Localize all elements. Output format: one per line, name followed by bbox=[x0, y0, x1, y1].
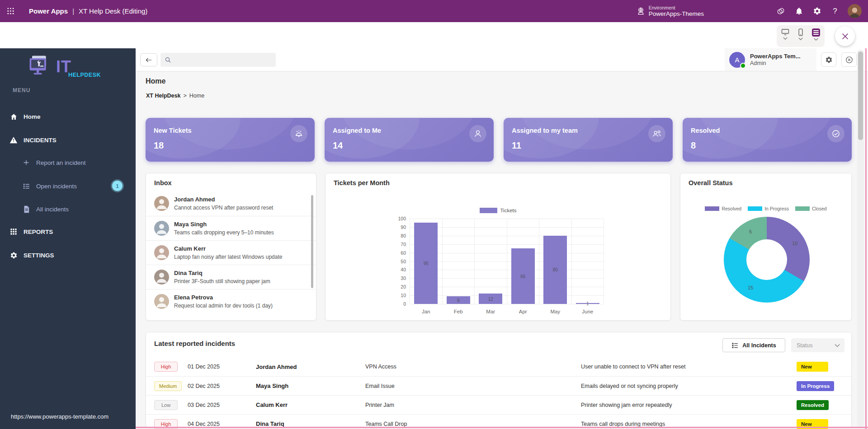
help-button[interactable]: ? bbox=[826, 0, 844, 22]
incident-row[interactable]: Medium02 Dec 2025Maya SinghEmail IssueEm… bbox=[146, 376, 852, 395]
bell-icon bbox=[795, 7, 803, 15]
y-axis-tick: 100 bbox=[392, 216, 406, 221]
brand-label[interactable]: Power Apps bbox=[29, 7, 68, 15]
current-user[interactable]: A PowerApps Tem... Admin bbox=[725, 48, 816, 71]
menu-section-label: MENU bbox=[13, 87, 30, 93]
bar[interactable]: 12 bbox=[479, 294, 502, 304]
inbox-scrollbar[interactable] bbox=[311, 195, 313, 288]
incident-reporter: Jordan Ahmed bbox=[256, 364, 297, 370]
legend-item[interactable]: In Progress bbox=[748, 206, 789, 211]
bar-value-label: 9 bbox=[457, 298, 460, 303]
bar[interactable]: 1 bbox=[576, 303, 599, 304]
x-axis-tick: Feb bbox=[443, 309, 475, 314]
bar-slot: 9Feb bbox=[442, 219, 475, 304]
avatar bbox=[154, 221, 169, 236]
stat-card-resolved[interactable]: Resolved 8 bbox=[683, 118, 852, 162]
inbox-message[interactable]: Maya SinghTeams calls dropping every 5–1… bbox=[146, 216, 317, 240]
sidebar-item-home[interactable]: Home bbox=[0, 108, 136, 125]
breadcrumb-separator: > bbox=[183, 93, 186, 99]
sidebar-item-settings[interactable]: SETTINGS bbox=[0, 247, 136, 263]
incident-date: 03 Dec 2025 bbox=[188, 402, 220, 408]
inbox-preview: Teams calls dropping every 5–10 minutes bbox=[174, 229, 308, 236]
stat-label: New Tickets bbox=[154, 127, 192, 134]
stat-card-assigned-to-team[interactable]: Assigned to my team 11 bbox=[504, 118, 673, 162]
canvas-scrollbar[interactable] bbox=[857, 50, 864, 428]
inbox-message[interactable]: Dina TariqPrinter 3F-South still showing… bbox=[146, 265, 317, 289]
form-preview-button[interactable] bbox=[812, 28, 820, 41]
scrollbar-thumb[interactable] bbox=[858, 51, 863, 140]
phone-preview-button[interactable] bbox=[798, 28, 803, 40]
back-button[interactable] bbox=[140, 53, 157, 66]
sidebar-item-report-incident[interactable]: Report an incident bbox=[0, 154, 136, 171]
all-incidents-filter-button[interactable]: All Incidents bbox=[722, 338, 785, 352]
bar[interactable]: 9 bbox=[447, 296, 470, 304]
person-icon bbox=[469, 125, 486, 142]
app-launcher-button[interactable] bbox=[0, 0, 21, 22]
title-separator: | bbox=[72, 7, 74, 15]
status-dropdown[interactable]: Status bbox=[791, 338, 844, 352]
app-settings-button[interactable] bbox=[821, 52, 836, 67]
bar[interactable]: 95 bbox=[414, 223, 438, 304]
bar[interactable]: 80 bbox=[543, 236, 567, 304]
form-icon bbox=[812, 28, 820, 37]
gear-icon bbox=[9, 252, 18, 259]
sidebar-item-open-incidents[interactable]: Open incidents 1 bbox=[0, 178, 136, 194]
incident-reporter: Dina Tariq bbox=[256, 420, 284, 427]
stat-card-assigned-to-me[interactable]: Assigned to Me 14 bbox=[325, 118, 494, 162]
y-axis-tick: 20 bbox=[392, 284, 406, 289]
sidebar-item-reports[interactable]: REPORTS bbox=[0, 224, 136, 240]
inbox-message[interactable]: Jordan AhmedCannot access VPN after pass… bbox=[146, 191, 317, 216]
bar[interactable]: 65 bbox=[511, 248, 535, 304]
bar-chart-title: Tickets per Month bbox=[334, 179, 390, 187]
stat-value: 8 bbox=[691, 140, 696, 151]
donut-value-label: 5 bbox=[749, 229, 752, 234]
home-icon bbox=[9, 113, 18, 121]
bar-slot: 12Mar bbox=[474, 219, 507, 304]
y-axis-tick: 30 bbox=[392, 275, 406, 281]
severity-pill: Medium bbox=[154, 381, 182, 391]
inbox-preview: Printer 3F-South still showing paper jam bbox=[174, 278, 308, 284]
overall-status-panel: Overall Status ResolvedIn ProgressClosed… bbox=[680, 173, 852, 321]
legend-item[interactable]: Resolved bbox=[705, 206, 741, 211]
settings-button[interactable] bbox=[808, 0, 826, 22]
close-preview-button[interactable] bbox=[835, 26, 855, 46]
legend-label: Resolved bbox=[722, 206, 741, 211]
search-input[interactable] bbox=[174, 56, 269, 63]
stat-card-new-tickets[interactable]: New Tickets 18 bbox=[146, 118, 315, 162]
legend-swatch bbox=[748, 206, 762, 211]
people-icon bbox=[648, 125, 665, 142]
incident-issue: VPN Access bbox=[365, 364, 396, 370]
footer-url[interactable]: https://www.powerapps-template.com bbox=[11, 413, 108, 420]
status-badge: Resolved bbox=[797, 400, 829, 410]
y-axis-tick: 80 bbox=[392, 233, 406, 238]
x-axis-tick: May bbox=[539, 309, 571, 314]
sidebar-item-all-incidents[interactable]: All incidents bbox=[0, 201, 136, 217]
copilot-button[interactable] bbox=[772, 0, 790, 22]
incident-row[interactable]: Low03 Dec 2025Calum KerrPrinter JamPrint… bbox=[146, 395, 852, 414]
sign-out-button[interactable] bbox=[841, 52, 857, 67]
account-avatar[interactable] bbox=[848, 4, 862, 18]
bar-slot: 80May bbox=[539, 219, 571, 304]
incident-status-cell: New bbox=[797, 362, 828, 372]
incident-description: Printer showing jam error repeatedly bbox=[581, 402, 672, 408]
bar-slot: 65Apr bbox=[507, 219, 539, 304]
legend-item[interactable]: Closed bbox=[795, 206, 827, 211]
inbox-title: Inbox bbox=[154, 179, 172, 187]
user-initial: A bbox=[735, 56, 739, 64]
environment-picker[interactable]: Environment PowerApps-Themes bbox=[637, 5, 704, 18]
desktop-preview-button[interactable] bbox=[781, 28, 789, 40]
status-badge: New bbox=[797, 362, 828, 372]
bar-value-label: 12 bbox=[488, 296, 493, 301]
breadcrumb-root[interactable]: XT HelpDesk bbox=[146, 93, 180, 99]
inbox-message[interactable]: Elena PetrovaRequest local admin for dev… bbox=[146, 289, 317, 313]
inbox-message[interactable]: Calum KerrLaptop fan noisy after latest … bbox=[146, 240, 317, 265]
y-axis-tick: 90 bbox=[392, 224, 406, 230]
notifications-button[interactable] bbox=[790, 0, 808, 22]
incidents-title: Latest reported incidents bbox=[154, 340, 235, 347]
donut-value-label: 10 bbox=[792, 241, 797, 246]
sidebar-item-label: SETTINGS bbox=[24, 252, 54, 259]
incident-row[interactable]: High01 Dec 2025Jordan AhmedVPN AccessUse… bbox=[146, 357, 852, 376]
app-canvas: A PowerApps Tem... Admin Home XT HelpDes… bbox=[136, 48, 868, 429]
incident-description: User unable to connect to VPN after rese… bbox=[581, 364, 685, 370]
sidebar-item-incidents[interactable]: INCIDENTS bbox=[0, 132, 136, 148]
